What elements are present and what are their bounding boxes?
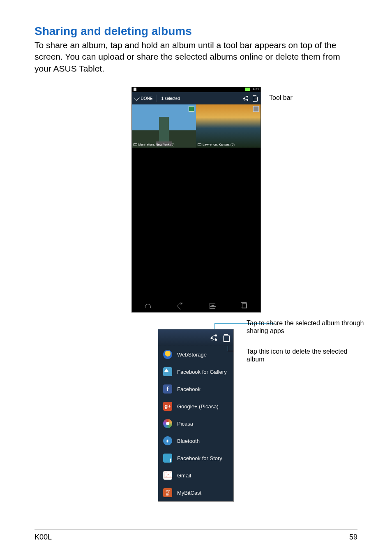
option-label: Facebook for Story	[177, 455, 222, 461]
facebook-icon: f	[163, 384, 172, 394]
check-icon	[134, 95, 139, 101]
google-plus-icon: g+	[163, 402, 172, 411]
share-option-webstorage[interactable]: WebStorage	[158, 346, 233, 363]
done-label: DONE	[141, 96, 153, 101]
option-label: Bluetooth	[177, 438, 200, 444]
album-label: Manhattan, New York (5)	[134, 143, 175, 146]
separator	[157, 95, 157, 102]
share-option-mybitcast[interactable]: MyBitMyBitCast	[158, 484, 233, 501]
share-option-bluetooth[interactable]: Bluetooth	[158, 432, 233, 449]
footer-page-number: 59	[349, 533, 357, 542]
selected-checkbox[interactable]	[189, 106, 194, 112]
option-label: Google+ (Picasa)	[177, 403, 219, 410]
facebook-story-icon	[163, 454, 172, 463]
status-bar: 4:31	[132, 87, 261, 92]
footer-model: K00L	[35, 533, 52, 542]
folder-icon	[198, 143, 201, 146]
folder-icon	[134, 143, 137, 146]
callout-line	[258, 98, 268, 98]
done-button[interactable]: DONE	[135, 96, 153, 101]
option-label: Facebook	[177, 386, 201, 392]
status-time: 4:31	[253, 87, 259, 91]
share-icon[interactable]	[210, 334, 217, 341]
section-heading: Sharing and deleting albums	[35, 25, 357, 38]
battery-icon	[245, 88, 250, 91]
share-option-facebook[interactable]: fFacebook	[158, 380, 233, 398]
share-option-facebook-story[interactable]: Facebook for Story	[158, 449, 233, 467]
unselected-checkbox[interactable]	[253, 106, 259, 112]
intro-paragraph: To share an album, tap and hold an album…	[35, 39, 357, 74]
callout-delete-label: Tap this icon to delete the selected alb…	[247, 347, 362, 363]
share-option-google-plus[interactable]: g+Google+ (Picasa)	[158, 398, 233, 415]
share-option-facebook-gallery[interactable]: Facebook for Gallery	[158, 363, 233, 380]
option-label: Facebook for Gallery	[177, 369, 227, 375]
figure-2: Tap to share the selected album through …	[35, 329, 357, 502]
back-icon[interactable]	[176, 302, 184, 310]
gmail-icon	[163, 471, 172, 480]
statue-graphic	[159, 117, 169, 141]
share-icon[interactable]	[242, 95, 248, 101]
callout-toolbar-label: Tool bar	[269, 94, 293, 102]
option-label: WebStorage	[177, 352, 207, 358]
figure-1: 4:31 DONE 1 selected Manhattan, New York…	[35, 87, 357, 313]
home-icon[interactable]	[210, 303, 215, 309]
picasa-icon	[163, 419, 172, 428]
notifications-icon[interactable]	[145, 304, 151, 308]
album-label: Lawrence, Kansas (6)	[198, 143, 235, 146]
trash-icon[interactable]	[223, 334, 229, 341]
option-label: Picasa	[177, 421, 193, 427]
album-grid: Manhattan, New York (5) Lawrence, Kansas…	[132, 104, 261, 148]
option-label: Gmail	[177, 472, 191, 479]
share-menu: WebStorage Facebook for Gallery fFaceboo…	[158, 329, 234, 502]
selected-count: 1 selected	[161, 96, 180, 101]
share-option-picasa[interactable]: Picasa	[158, 415, 233, 432]
option-label: MyBitCast	[177, 490, 201, 496]
bluetooth-icon	[163, 436, 172, 445]
callout-share-label: Tap to share the selected album through …	[247, 319, 370, 335]
album-thumbnail[interactable]: Lawrence, Kansas (6)	[196, 104, 261, 148]
lock-icon	[134, 88, 136, 91]
mybitcast-icon: MyBit	[163, 488, 172, 497]
nav-bar	[132, 300, 261, 312]
callout-circle	[255, 97, 257, 99]
share-option-gmail[interactable]: Gmail	[158, 467, 233, 484]
page-footer: K00L 59	[35, 529, 357, 542]
empty-area	[132, 148, 261, 300]
recent-apps-icon[interactable]	[242, 303, 247, 308]
phone-screenshot: 4:31 DONE 1 selected Manhattan, New York…	[131, 87, 261, 313]
album-thumbnail[interactable]: Manhattan, New York (5)	[132, 104, 196, 148]
gallery-icon	[163, 367, 172, 376]
selection-toolbar: DONE 1 selected	[132, 92, 261, 104]
menu-header	[158, 329, 233, 346]
webstorage-icon	[163, 350, 172, 359]
